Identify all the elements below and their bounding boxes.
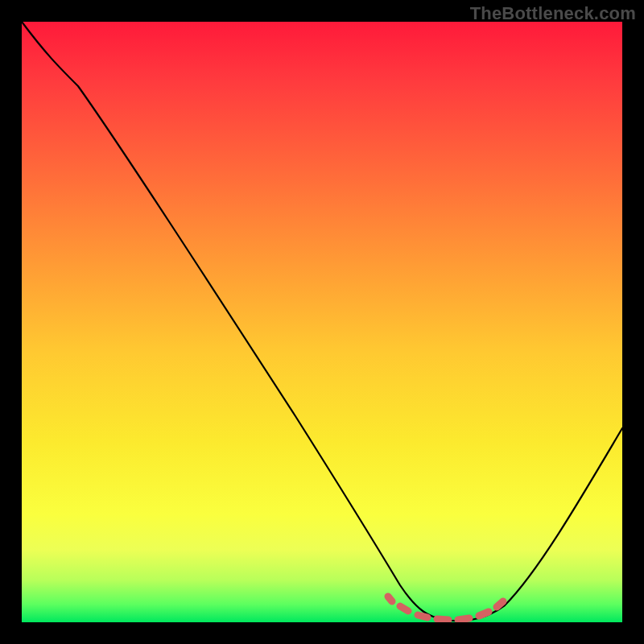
watermark: TheBottleneck.com bbox=[470, 3, 636, 24]
plot-frame bbox=[0, 0, 644, 644]
